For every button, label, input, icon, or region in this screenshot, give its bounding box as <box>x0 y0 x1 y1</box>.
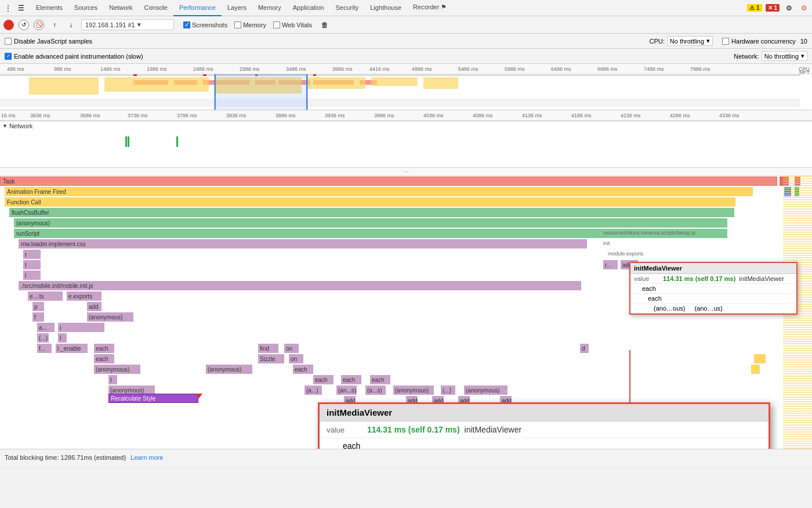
r-bar[interactable]: r <box>23 250 41 259</box>
dock-icon[interactable]: ☰ <box>15 2 27 14</box>
tab-elements[interactable]: Elements <box>30 0 68 16</box>
mobile-bar[interactable]: ./src/mobile.init/mobile.init.js <box>19 281 581 290</box>
sizzle-bar[interactable]: Sizzle <box>258 354 284 363</box>
screenshots-checkbox[interactable]: ✓ Screenshots <box>183 21 227 28</box>
upload-icon[interactable]: ↑ <box>49 19 60 31</box>
tab-performance[interactable]: Performance <box>173 0 222 16</box>
small-tooltip-each2: each <box>630 294 796 304</box>
ruler-mark-13: 6986 ms <box>597 66 618 72</box>
selection-end[interactable] <box>306 74 307 110</box>
disable-js-setting[interactable]: Disable JavaScript samples <box>5 38 92 45</box>
anon3-bar[interactable]: (anonymous) <box>206 365 252 374</box>
f-enable-bar[interactable]: f... <box>37 344 52 353</box>
dots2-bar[interactable]: (...) <box>441 385 455 395</box>
tab-recorder[interactable]: Recorder ⚑ <box>407 0 452 16</box>
tab-console[interactable]: Console <box>139 0 173 16</box>
l-enable-bar[interactable]: l._enable <box>56 344 88 353</box>
anon5-bar[interactable]: (anonymous) <box>393 385 434 395</box>
t-row-bar[interactable]: t <box>108 375 117 384</box>
settings-icon[interactable]: ⚙ <box>783 2 795 14</box>
adots-bar[interactable]: (a...) <box>304 385 322 395</box>
r-right-bar[interactable]: r... <box>603 260 618 269</box>
each-s-bar[interactable]: each <box>94 354 114 363</box>
webvitals-checkbox[interactable]: Web Vitals <box>273 21 312 28</box>
mw-bar[interactable]: mw.loader.implement.css <box>19 239 587 248</box>
l-bar[interactable]: l <box>23 271 41 280</box>
flame-mark-4: 3786 ms <box>177 113 197 118</box>
flame-row-r: r module.exports <box>0 249 812 260</box>
each2-bar[interactable]: each <box>293 365 313 374</box>
p-bar[interactable]: p <box>32 302 44 311</box>
each4-bar[interactable]: each <box>341 375 361 384</box>
t-bar[interactable]: t <box>23 260 41 269</box>
trash-icon[interactable]: 🗑 <box>319 19 331 31</box>
enable-paint-setting[interactable]: ✓ Enable advanced paint instrumentation … <box>5 53 143 60</box>
network-select[interactable]: No throttling ▾ <box>762 51 807 61</box>
download-icon[interactable]: ↓ <box>65 19 77 31</box>
big-tooltip-val: 114.31 ms (self 0.17 ms) <box>367 425 460 434</box>
recalc-bar[interactable]: Recalculate Style <box>108 394 198 403</box>
network-throttle-setting: Network: No throttling ▾ <box>734 51 807 61</box>
add-p-bar[interactable]: add <box>87 302 102 311</box>
svg-rect-18 <box>0 99 800 107</box>
record-button[interactable] <box>3 20 14 30</box>
function-label: Function Call <box>7 199 41 206</box>
flame-row-dots: (...) l <box>0 333 812 343</box>
selection-start[interactable] <box>215 74 216 110</box>
network-bars <box>0 131 812 165</box>
animation-bar[interactable]: Animation Frame Fired <box>5 187 753 196</box>
e-bar1[interactable]: e....ts <box>28 291 63 301</box>
timeline-overview[interactable]: 486 ms 986 ms 1486 ms 1986 ms 2486 ms 29… <box>0 64 812 110</box>
tab-application[interactable]: Application <box>287 0 330 16</box>
memory-checkbox[interactable]: Memory <box>234 21 266 28</box>
learn-more-link[interactable]: Learn more <box>130 454 163 461</box>
cpu-select[interactable]: No throttling ▾ <box>667 36 713 46</box>
tab-layers[interactable]: Layers <box>222 0 252 16</box>
tab-lighthouse[interactable]: Lighthouse <box>364 0 407 16</box>
each3-bar[interactable]: each <box>313 375 334 384</box>
network-label[interactable]: ▼ Network <box>0 121 812 131</box>
dots-bar[interactable] <box>61 323 102 332</box>
hw-concurrency-setting[interactable]: Hardware concurrency 10 <box>722 38 807 45</box>
anon-f-bar[interactable]: (anonymous) <box>87 312 133 322</box>
devtools-menu-icon[interactable]: ⋮ <box>2 2 14 14</box>
flush-bar[interactable]: flushCssBuffer <box>9 208 734 217</box>
each-enable-bar[interactable]: each <box>94 344 114 353</box>
find-bar[interactable]: find <box>258 344 278 353</box>
task-bar[interactable]: Task <box>0 176 777 186</box>
on-bar1[interactable]: on <box>284 344 299 353</box>
flame-chart-container[interactable]: Task Animation Frame Fired Function Call… <box>0 176 812 449</box>
address-dropdown[interactable]: ▾ <box>137 21 141 28</box>
anon-bar[interactable]: (anonymous) <box>14 218 727 228</box>
reload-button[interactable]: ↺ <box>19 20 29 30</box>
on-bar2[interactable]: on <box>289 354 303 363</box>
main-tabs: Elements Sources Network Console Perform… <box>30 0 746 16</box>
webvitals-label: Web Vitals <box>282 21 312 28</box>
d-bar[interactable]: d <box>580 344 589 353</box>
dots-bar2[interactable]: (...) <box>37 333 49 343</box>
ruler-mark-6: 3486 ms <box>286 66 306 72</box>
task-label: Task <box>3 178 15 185</box>
svg-rect-12 <box>423 77 458 89</box>
timeline-ruler: 486 ms 986 ms 1486 ms 1986 ms 2486 ms 29… <box>0 64 812 74</box>
gear-icon[interactable]: ⚙ <box>798 2 810 14</box>
tab-memory[interactable]: Memory <box>252 0 287 16</box>
as-bar[interactable]: (a...s) <box>365 385 386 395</box>
tab-network[interactable]: Network <box>103 0 138 16</box>
a-bar[interactable]: a... <box>37 323 55 332</box>
tab-security[interactable]: Security <box>330 0 365 16</box>
anon2-bar[interactable]: (anonymous) <box>94 365 140 374</box>
tab-sources[interactable]: Sources <box>68 0 103 16</box>
big-tooltip-fn: initMediaViewer <box>465 425 522 434</box>
function-bar[interactable]: Function Call <box>5 197 735 207</box>
l-bar2[interactable]: l <box>58 333 67 343</box>
each5-bar[interactable]: each <box>370 375 390 384</box>
memory-label: Memory <box>243 21 266 28</box>
anon6-bar[interactable]: (anonymous) <box>464 385 507 395</box>
clear-button[interactable]: 🚫 <box>34 20 44 30</box>
timeline-content[interactable] <box>0 74 812 110</box>
ans-bar[interactable]: (an...s) <box>336 385 357 395</box>
small-tooltip: initMediaViewer value 114.31 ms (self 0.… <box>629 262 798 315</box>
e-bar2[interactable]: e.exports <box>67 291 102 301</box>
f-bar[interactable]: f <box>32 312 44 322</box>
